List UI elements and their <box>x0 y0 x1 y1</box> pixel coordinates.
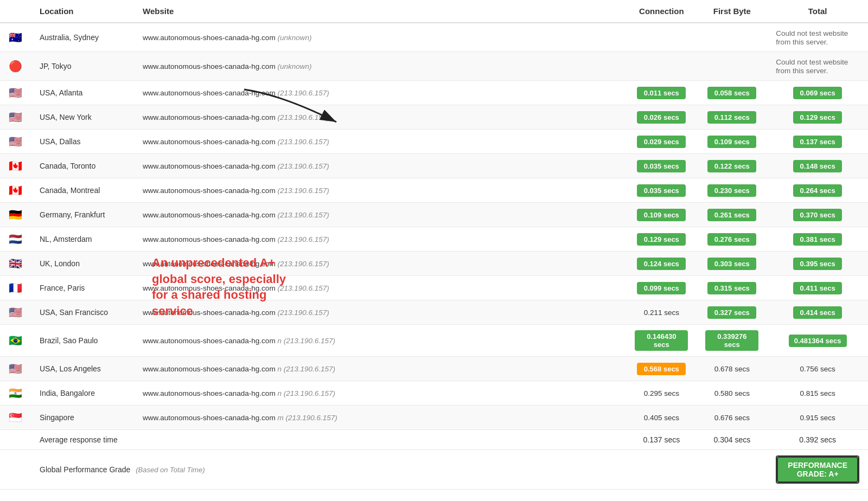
metric-cell: 0.026 secs <box>626 105 697 130</box>
flag-header <box>0 0 31 23</box>
location-cell: USA, Dallas <box>31 130 134 154</box>
metric-cell: 0.011 secs <box>626 81 697 105</box>
website-cell: www.autonomous-shoes-canada-hg.com (213.… <box>134 203 626 227</box>
table-row: 🇫🇷France, Pariswww.autonomous-shoes-cana… <box>0 276 868 300</box>
website-header: Website <box>134 0 626 23</box>
metric-cell: 0.327 secs <box>697 300 767 325</box>
metric-cell: 0.230 secs <box>697 178 767 203</box>
website-cell: www.autonomous-shoes-canada-hg.com (unkn… <box>134 52 626 81</box>
flag-cell: 🇨🇦 <box>0 178 31 203</box>
location-cell: France, Paris <box>31 276 134 300</box>
total-cell: Could not test website from this server. <box>767 52 868 81</box>
metric-cell: 0.122 secs <box>697 154 767 178</box>
metric-cell: 0.315 secs <box>697 276 767 300</box>
table-row: 🇮🇳India, Bangalorewww.autonomous-shoes-c… <box>0 381 868 406</box>
location-cell: Canada, Montreal <box>31 178 134 203</box>
flag-cell: 🇬🇧 <box>0 252 31 276</box>
performance-grade-badge: PERFORMANCE GRADE: A+ <box>777 457 858 483</box>
location-cell: Germany, Frankfurt <box>31 203 134 227</box>
location-cell: Singapore <box>31 406 134 430</box>
location-cell: USA, San Francisco <box>31 300 134 325</box>
metric-cell: 0.109 secs <box>697 130 767 154</box>
metric-cell: 0.405 secs <box>626 406 697 430</box>
table-row: 🇺🇸USA, Atlantawww.autonomous-shoes-canad… <box>0 81 868 105</box>
website-cell: www.autonomous-shoes-canada-hg.com n (21… <box>134 381 626 406</box>
metric-cell: 0.395 secs <box>767 252 868 276</box>
metric-cell: 0.029 secs <box>626 130 697 154</box>
website-cell: www.autonomous-shoes-canada-hg.com n (21… <box>134 325 626 357</box>
average-row: Average response time 0.137 secs 0.304 s… <box>0 430 868 450</box>
metric-cell: 0.580 secs <box>697 381 767 406</box>
avg-first-byte: 0.304 secs <box>697 430 767 450</box>
metric-cell: 0.915 secs <box>767 406 868 430</box>
website-cell: www.autonomous-shoes-canada-hg.com (213.… <box>134 300 626 325</box>
metric-cell: 0.411 secs <box>767 276 868 300</box>
flag-cell: 🔴 <box>0 52 31 81</box>
metric-cell: 0.129 secs <box>767 105 868 130</box>
table-row: 🇺🇸USA, Dallaswww.autonomous-shoes-canada… <box>0 130 868 154</box>
flag-cell: 🇨🇦 <box>0 154 31 178</box>
location-cell: Canada, Toronto <box>31 154 134 178</box>
table-row: 🇨🇦Canada, Montrealwww.autonomous-shoes-c… <box>0 178 868 203</box>
flag-cell: 🇩🇪 <box>0 203 31 227</box>
metric-cell: 0.148 secs <box>767 154 868 178</box>
flag-cell: 🇳🇱 <box>0 227 31 252</box>
metric-cell: 0.112 secs <box>697 105 767 130</box>
flag-cell: 🇦🇺 <box>0 23 31 52</box>
flag-cell: 🇺🇸 <box>0 130 31 154</box>
flag-cell: 🇸🇬 <box>0 406 31 430</box>
location-cell: Brazil, Sao Paulo <box>31 325 134 357</box>
table-row: 🇺🇸USA, Los Angeleswww.autonomous-shoes-c… <box>0 357 868 381</box>
location-cell: UK, London <box>31 252 134 276</box>
avg-label: Average response time <box>31 430 626 450</box>
metric-cell: 0.124 secs <box>626 252 697 276</box>
metric-cell: 0.339276 secs <box>697 325 767 357</box>
metric-cell: 0.211 secs <box>626 300 697 325</box>
website-cell: www.autonomous-shoes-canada-hg.com (213.… <box>134 105 626 130</box>
grade-row: Global Performance Grade (Based on Total… <box>0 450 868 490</box>
table-row: 🇳🇱NL, Amsterdamwww.autonomous-shoes-cana… <box>0 227 868 252</box>
website-cell: www.autonomous-shoes-canada-hg.com (unkn… <box>134 23 626 52</box>
website-cell: www.autonomous-shoes-canada-hg.com (213.… <box>134 252 626 276</box>
metric-cell: 0.481364 secs <box>767 325 868 357</box>
website-cell: www.autonomous-shoes-canada-hg.com (213.… <box>134 130 626 154</box>
metric-cell: 0.295 secs <box>626 381 697 406</box>
grade-badge-wrapper: PERFORMANCE GRADE: A+ <box>776 455 859 484</box>
flag-cell: 🇺🇸 <box>0 105 31 130</box>
website-cell: www.autonomous-shoes-canada-hg.com m (21… <box>134 406 626 430</box>
metric-cell: 0.129 secs <box>626 227 697 252</box>
website-cell: www.autonomous-shoes-canada-hg.com (213.… <box>134 154 626 178</box>
metric-cell: 0.276 secs <box>697 227 767 252</box>
metric-cell: 0.303 secs <box>697 252 767 276</box>
location-cell: India, Bangalore <box>31 381 134 406</box>
metric-cell: 0.035 secs <box>626 154 697 178</box>
metric-cell: 0.568 secs <box>626 357 697 381</box>
location-cell: Australia, Sydney <box>31 23 134 52</box>
table-row: 🇧🇷Brazil, Sao Paulowww.autonomous-shoes-… <box>0 325 868 357</box>
flag-cell: 🇧🇷 <box>0 325 31 357</box>
website-cell: www.autonomous-shoes-canada-hg.com (213.… <box>134 178 626 203</box>
location-cell: JP, Tokyo <box>31 52 134 81</box>
metric-cell: 0.069 secs <box>767 81 868 105</box>
table-row: 🇺🇸USA, New Yorkwww.autonomous-shoes-cana… <box>0 105 868 130</box>
website-cell: www.autonomous-shoes-canada-hg.com (213.… <box>134 81 626 105</box>
table-row: 🇨🇦Canada, Torontowww.autonomous-shoes-ca… <box>0 154 868 178</box>
metric-cell: 0.146430 secs <box>626 325 697 357</box>
metric-cell: 0.137 secs <box>767 130 868 154</box>
location-cell: USA, New York <box>31 105 134 130</box>
first-byte-cell <box>697 52 767 81</box>
first-byte-header: First Byte <box>697 0 767 23</box>
website-cell: www.autonomous-shoes-canada-hg.com (213.… <box>134 227 626 252</box>
website-cell: www.autonomous-shoes-canada-hg.com n (21… <box>134 357 626 381</box>
location-cell: USA, Atlanta <box>31 81 134 105</box>
metric-cell: 0.099 secs <box>626 276 697 300</box>
grade-label: Global Performance Grade (Based on Total… <box>31 450 626 490</box>
metric-cell: 0.370 secs <box>767 203 868 227</box>
total-cell: Could not test website from this server. <box>767 23 868 52</box>
flag-cell: 🇺🇸 <box>0 357 31 381</box>
avg-total: 0.392 secs <box>767 430 868 450</box>
table-row: 🇺🇸USA, San Franciscowww.autonomous-shoes… <box>0 300 868 325</box>
performance-grade-cell: PERFORMANCE GRADE: A+ <box>767 450 868 490</box>
connection-cell <box>626 23 697 52</box>
metric-cell: 0.261 secs <box>697 203 767 227</box>
